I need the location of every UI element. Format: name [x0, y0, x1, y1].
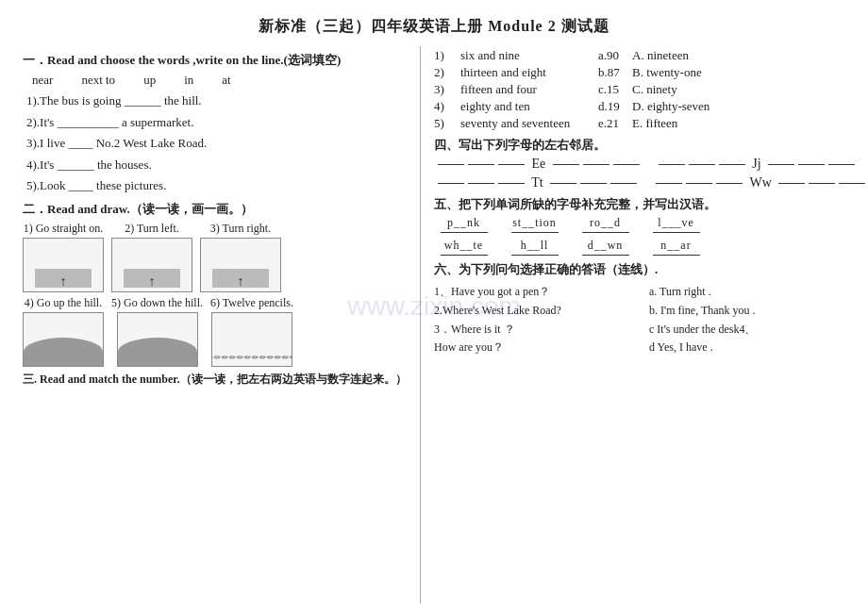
sentence1: 1).The bus is going ______ the hill.: [26, 91, 410, 110]
section4-title: 四、写出下列字母的左右邻居。: [434, 137, 845, 154]
letter-ww: Ww: [746, 175, 775, 191]
match-answer-2: B. twenty-one: [632, 65, 708, 80]
ee-left-line: [438, 164, 464, 165]
draw-label-6: 6) Twelve pencils.: [210, 296, 293, 310]
ww-left2: [686, 183, 712, 184]
neighbors-grid: Ee Jj: [438, 157, 845, 191]
word1: near: [32, 73, 53, 88]
match-text-2: thirteen and eight: [460, 65, 593, 80]
draw-row-top: 1) Go straight on. ↑ 2) Turn left. ↑ 3) …: [23, 222, 410, 292]
pencils: ✏✏✏✏✏✏✏✏✏✏✏✏: [211, 349, 292, 366]
match-numbers-section: 1) six and nine a.90 A. nineteen 2) thir…: [434, 48, 845, 131]
ww-right3: [839, 183, 865, 184]
tt-right: [550, 183, 576, 184]
white-line: [441, 255, 488, 256]
arrow1: ↑: [60, 274, 67, 290]
ee-left-line2: [468, 164, 494, 165]
match-answer-1: A. nineteen: [632, 48, 708, 63]
word-road: ro__d: [579, 216, 631, 233]
love-line: [653, 232, 700, 233]
match-text-1: six and nine: [460, 48, 593, 63]
word3: up: [143, 73, 156, 88]
draw-box-2: ↑: [111, 238, 192, 292]
match-num-1: 1): [434, 48, 455, 63]
jj-right: [768, 164, 794, 165]
section3-title: 三. Read and match the number.（读一读，把左右两边英…: [23, 372, 410, 388]
word-near-text: n__ar: [660, 239, 691, 253]
match-letter-1: a.90: [598, 48, 626, 63]
draw-item-3: 3) Turn right. ↑: [200, 222, 281, 292]
word-pink-text: p__nk: [447, 216, 480, 230]
ww-left: [656, 183, 682, 184]
match-num-5: 5): [434, 116, 455, 131]
ww-right2: [809, 183, 835, 184]
neighbor-ee: Ee: [438, 157, 640, 172]
neighbor-ww: Ww: [656, 175, 865, 191]
a3: c It's under the desk4、: [649, 322, 845, 338]
arrow2: ↑: [149, 274, 156, 290]
ww-right: [778, 183, 805, 184]
arrow3: ↑: [238, 274, 244, 290]
word-station-text: st__tion: [512, 216, 557, 230]
a1: a. Turn right .: [649, 284, 845, 300]
jj-right2: [798, 164, 825, 165]
jj-right3: [828, 164, 855, 165]
sentence5: 5).Look ____ these pictures.: [26, 176, 410, 195]
tt-right3: [610, 183, 637, 184]
section1-title: 一．Read and choose the words ,write on th…: [23, 52, 410, 69]
tt-right2: [580, 183, 607, 184]
missing-row-1: p__nk st__tion ro__d l___ve: [438, 216, 845, 233]
hill-line: [511, 255, 559, 256]
match-text-5: seventy and seventeen: [460, 116, 593, 131]
draw-box-4: [23, 312, 104, 367]
a2: b. I'm fine, Thank you .: [649, 303, 845, 319]
letter-tt: Tt: [528, 175, 546, 191]
ee-right-line3: [613, 164, 640, 165]
word-hill-text: h__ll: [521, 239, 549, 253]
draw-label-4: 4) Go up the hill.: [25, 296, 102, 310]
match-row-1: 1) six and nine a.90 A. nineteen: [434, 48, 845, 63]
q4: How are you？: [434, 340, 630, 356]
right-column: 1) six and nine a.90 A. nineteen 2) thir…: [421, 46, 845, 604]
neighbor-jj: Jj: [659, 157, 855, 172]
draw-box-1: ↑: [23, 238, 104, 292]
match-row-2: 2) thirteen and eight b.87 B. twenty-one: [434, 65, 845, 80]
pink-line: [441, 232, 488, 233]
hill-5: [118, 338, 197, 366]
match-answer-3: C. ninety: [632, 82, 708, 97]
word-down: d__wn: [579, 239, 631, 256]
match-num-4: 4): [434, 99, 455, 114]
match-text-3: fifteen and four: [460, 82, 593, 97]
draw-box-3: ↑: [200, 238, 281, 292]
down-line: [582, 255, 629, 256]
match6-answers: a. Turn right . b. I'm fine, Thank you .…: [649, 281, 845, 358]
draw-label-5: 5) Go down the hill.: [111, 296, 203, 310]
word4: in: [184, 73, 193, 88]
ee-right-line: [553, 164, 579, 165]
word-hill: h__ll: [509, 239, 560, 256]
draw-item-5: 5) Go down the hill.: [111, 296, 203, 367]
neighbor-tt: Tt: [438, 175, 637, 191]
match-text-4: eighty and ten: [460, 99, 593, 114]
draw-box-6: ✏✏✏✏✏✏✏✏✏✏✏✏: [211, 312, 292, 367]
ee-right-line2: [583, 164, 609, 165]
page-title: 新标准（三起）四年级英语上册 Module 2 测试题: [23, 17, 845, 37]
word-down-text: d__wn: [588, 239, 624, 253]
draw-item-2: 2) Turn left. ↑: [111, 222, 192, 292]
left-column: 一．Read and choose the words ,write on th…: [23, 46, 421, 604]
page: 新标准（三起）四年级英语上册 Module 2 测试题 一．Read and c…: [0, 0, 868, 613]
sentence4: 4).It's ______ the houses.: [26, 156, 410, 174]
road-line: [582, 232, 629, 233]
tt-left: [438, 183, 464, 184]
ww-left3: [716, 183, 743, 184]
word-near: n__ar: [650, 239, 702, 256]
word-white: wh__te: [438, 239, 490, 256]
draw-label-2: 2) Turn left.: [125, 222, 179, 236]
tt-left3: [498, 183, 525, 184]
match-letter-2: b.87: [598, 65, 626, 80]
match-row-5: 5) seventy and seventeen e.21 E. fifteen: [434, 116, 845, 131]
match6-container: 1、Have you got a pen？ 2.Where's West Lak…: [434, 281, 845, 358]
draw-item-6: 6) Twelve pencils. ✏✏✏✏✏✏✏✏✏✏✏✏: [210, 296, 293, 367]
word-pink: p__nk: [438, 216, 490, 233]
draw-label-1: 1) Go straight on.: [24, 222, 104, 236]
